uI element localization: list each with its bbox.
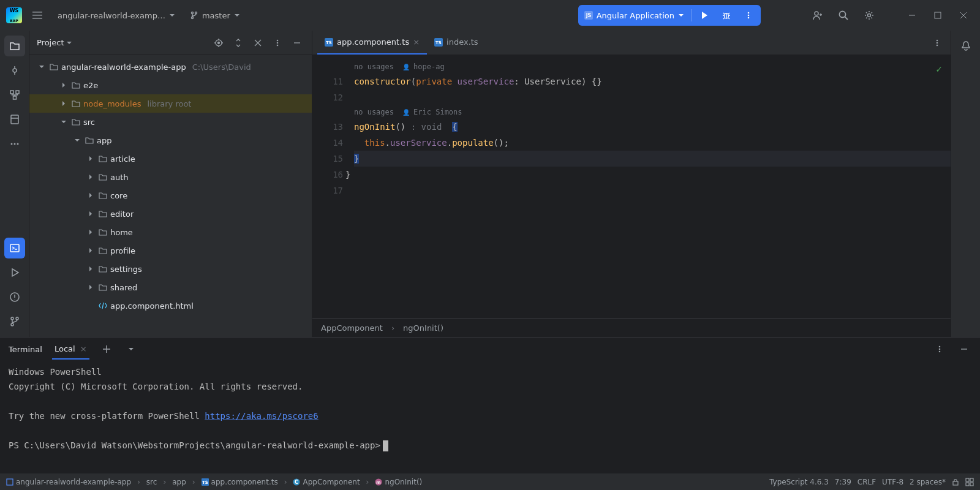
line-separator[interactable]: CRLF — [858, 478, 876, 486]
hide-terminal-button[interactable] — [957, 342, 971, 356]
tree-row[interactable]: app.component.html — [29, 296, 312, 315]
code-editor[interactable]: ✓ 11 12 13 14 15 16 17 no usages hope-ag… — [312, 55, 951, 318]
problems-tool-button[interactable] — [4, 287, 25, 307]
code-with-me-button[interactable] — [807, 5, 828, 26]
project-tree[interactable]: angular-realworld-example-app C:\Users\D… — [29, 55, 312, 337]
nav-bar-item[interactable]: src — [146, 478, 157, 486]
close-panel-button[interactable] — [251, 36, 265, 50]
terminal-body[interactable]: Windows PowerShell Copyright (C) Microso… — [0, 361, 980, 473]
panel-options-button[interactable] — [270, 36, 285, 50]
terminal-tool-button[interactable] — [4, 238, 25, 258]
maximize-window-button[interactable] — [927, 5, 948, 26]
tree-row[interactable]: src — [29, 113, 312, 131]
terminal-dropdown-button[interactable] — [124, 342, 138, 356]
plus-icon — [102, 345, 111, 353]
method-icon: m — [375, 478, 382, 486]
expand-collapse-button[interactable] — [231, 36, 246, 50]
file-encoding[interactable]: UTF-8 — [882, 478, 903, 486]
tree-row[interactable]: settings — [29, 260, 312, 278]
tree-label: home — [110, 228, 133, 237]
new-terminal-button[interactable] — [99, 342, 114, 356]
commit-tool-button[interactable] — [4, 60, 25, 81]
run-config-dropdown[interactable]: JS Angular Application — [584, 11, 689, 20]
folder-icon — [98, 264, 108, 274]
run-tool-button[interactable] — [4, 262, 25, 283]
debug-button[interactable] — [717, 7, 736, 24]
tree-row[interactable]: auth — [29, 168, 312, 186]
run-button[interactable] — [695, 7, 714, 24]
svg-point-21 — [10, 143, 12, 145]
tree-row[interactable]: node_moduleslibrary root — [29, 94, 312, 113]
project-tool-button[interactable] — [4, 36, 25, 56]
run-more-button[interactable] — [739, 7, 758, 24]
settings-button[interactable] — [859, 5, 880, 26]
tree-row[interactable]: home — [29, 223, 312, 241]
tree-row[interactable]: app — [29, 131, 312, 149]
terminal-prompt-line: PS C:\Users\David Watson\WebstormProject… — [9, 438, 971, 453]
svg-point-13 — [840, 12, 846, 18]
tree-row[interactable]: article — [29, 149, 312, 168]
status-bar: angular-realworld-example-app › src › ap… — [0, 473, 980, 490]
line-number[interactable]: 12 — [312, 89, 343, 105]
project-panel-title-dropdown[interactable]: Project — [37, 38, 72, 47]
breadcrumb-item[interactable]: ngOnInit() — [403, 323, 443, 333]
readonly-toggle[interactable] — [952, 478, 959, 486]
vcs-tool-button[interactable] — [4, 311, 25, 332]
minimize-window-button[interactable] — [902, 5, 922, 26]
svg-text:JS: JS — [585, 13, 591, 18]
git-icon — [9, 316, 20, 327]
line-number[interactable]: 17 — [312, 183, 343, 198]
tree-row[interactable]: core — [29, 186, 312, 205]
more-tools-button[interactable] — [4, 134, 25, 154]
nav-bar-item[interactable]: angular-realworld-example-app — [6, 478, 131, 486]
svg-point-33 — [277, 44, 279, 46]
code-lens[interactable]: no usages Eric Simons — [354, 105, 951, 119]
search-icon — [838, 10, 849, 21]
nav-bar-item[interactable]: m ngOnInit() — [375, 478, 422, 486]
editor-breadcrumb[interactable]: AppComponent › ngOnInit() — [312, 318, 951, 337]
svg-text:TS: TS — [326, 40, 332, 45]
notifications-button[interactable] — [956, 36, 976, 56]
hide-panel-button[interactable] — [290, 36, 304, 50]
code-lens[interactable]: no usages hope-ag — [354, 60, 951, 74]
svg-point-14 — [868, 14, 871, 17]
terminal-link[interactable]: https://aka.ms/pscore6 — [205, 411, 318, 421]
folder-icon — [98, 190, 108, 200]
play-icon — [700, 11, 709, 20]
line-number[interactable]: 11 — [312, 74, 343, 89]
terminal-options-button[interactable] — [932, 342, 947, 356]
folder-icon — [71, 117, 81, 127]
editor-tab[interactable]: TSapp.component.ts× — [317, 31, 427, 55]
nav-bar-item[interactable]: app — [172, 478, 186, 486]
memory-widget[interactable] — [965, 478, 974, 486]
nav-bar-item[interactable]: C AppComponent — [293, 478, 360, 486]
nav-bar-item[interactable]: TS app.component.ts — [202, 478, 278, 486]
close-tab-icon[interactable]: × — [80, 344, 87, 353]
indent-widget[interactable]: 2 spaces* — [910, 478, 946, 486]
close-tab-icon[interactable]: × — [413, 37, 420, 47]
line-number[interactable]: 14 — [312, 135, 343, 151]
line-number[interactable]: 13 — [312, 119, 343, 135]
cursor-position[interactable]: 7:39 — [835, 478, 851, 486]
line-number[interactable]: 15 — [312, 151, 343, 167]
git-branch-dropdown[interactable]: master — [185, 9, 245, 23]
typescript-widget[interactable]: TypeScript 4.6.3 — [769, 478, 829, 486]
tree-row[interactable]: profile — [29, 241, 312, 260]
tree-row[interactable]: shared — [29, 278, 312, 296]
project-name-dropdown[interactable]: angular-realworld-examp… — [53, 9, 180, 23]
breadcrumb-item[interactable]: AppComponent — [321, 323, 383, 333]
bookmarks-tool-button[interactable] — [4, 109, 25, 130]
close-window-button[interactable] — [953, 5, 974, 26]
select-opened-file-button[interactable] — [211, 36, 226, 50]
terminal-tab[interactable]: Local × — [52, 339, 89, 360]
search-everywhere-button[interactable] — [833, 5, 854, 26]
line-number[interactable]: 16 — [312, 167, 343, 183]
tree-row[interactable]: e2e — [29, 76, 312, 94]
structure-tool-button[interactable] — [4, 85, 25, 105]
editor-tab[interactable]: TSindex.ts — [427, 31, 486, 55]
tree-row[interactable]: editor — [29, 205, 312, 223]
main-menu-button[interactable] — [27, 5, 48, 26]
tabs-more-button[interactable] — [929, 34, 946, 51]
terminal-line: Copyright (C) Microsoft Corporation. All… — [9, 379, 971, 394]
tree-root[interactable]: angular-realworld-example-app C:\Users\D… — [29, 58, 312, 76]
